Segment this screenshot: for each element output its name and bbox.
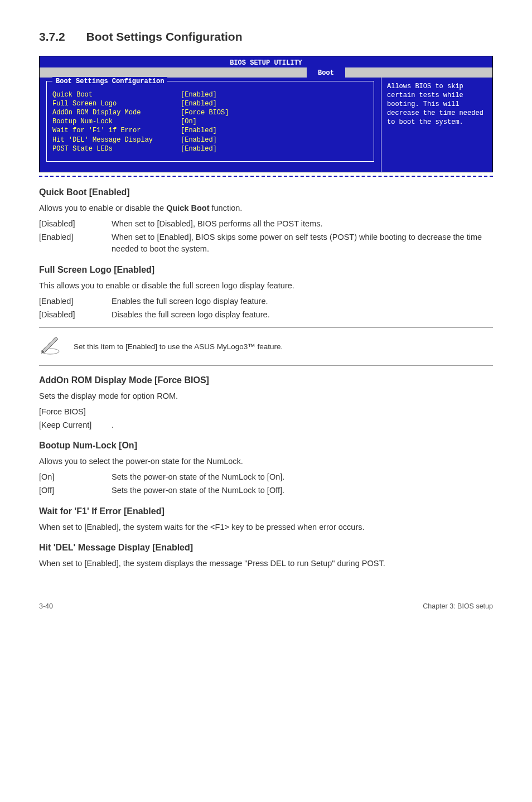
bios-row-value: [Enabled]: [181, 99, 217, 108]
wait-f1-body: When set to [Enabled], the system waits …: [39, 521, 493, 534]
bios-row-label: Bootup Num-Lock: [52, 117, 181, 126]
definition-term: [Disabled]: [39, 309, 112, 321]
section-title: Boot Settings Configuration: [86, 30, 243, 43]
definition-list: [Enabled]Enables the full screen logo di…: [39, 296, 493, 321]
page-number: 3-40: [39, 601, 53, 612]
numlock-intro: Allows you to select the power-on state …: [39, 456, 493, 468]
definition-list: [Disabled]When set to [Disabled], BIOS p…: [39, 218, 493, 255]
bios-row-value: [Enabled]: [181, 144, 217, 153]
bios-setup-panel: BIOS SETUP UTILITY Boot Boot Settings Co…: [39, 56, 493, 173]
bios-row-value: [Force BIOS]: [181, 108, 229, 117]
definition-desc: Disables the full screen logo display fe…: [112, 309, 493, 321]
bios-row[interactable]: POST State LEDs[Enabled]: [52, 144, 368, 153]
bios-row-label: Wait for 'F1' if Error: [52, 126, 181, 135]
definition-desc: Sets the power-on state of the NumLock t…: [112, 471, 493, 484]
bios-row[interactable]: Hit 'DEL' Message Display[Enabled]: [52, 136, 368, 144]
addon-intro: Sets the display mode for option ROM.: [39, 390, 493, 403]
bios-row[interactable]: Quick Boot[Enabled]: [52, 90, 368, 99]
definition-desc: When set to [Disabled], BIOS performs al…: [112, 218, 493, 230]
divider: [39, 176, 493, 177]
note-text: Set this item to [Enabled] to use the AS…: [74, 341, 283, 352]
note-block: Set this item to [Enabled] to use the AS…: [39, 327, 493, 366]
definition-desc: When set to [Enabled], BIOS skips some p…: [112, 231, 493, 256]
definition-term: [On]: [39, 471, 112, 484]
definition-row: [Disabled]When set to [Disabled], BIOS p…: [39, 218, 493, 230]
bios-help-panel: Allows BIOS to skip certain tests while …: [381, 78, 492, 172]
bios-row-value: [On]: [181, 117, 197, 126]
bios-row-label: Hit 'DEL' Message Display: [52, 136, 181, 144]
definition-row: [Off]Sets the power-on state of the NumL…: [39, 485, 493, 497]
definition-desc: Sets the power-on state of the NumLock t…: [112, 485, 493, 497]
heading-wait-f1: Wait for 'F1' If Error [Enabled]: [39, 505, 493, 518]
heading-full-screen-logo: Full Screen Logo [Enabled]: [39, 263, 493, 277]
bios-settings-list: Boot Settings Configuration Quick Boot[E…: [40, 78, 381, 172]
chapter-label: Chapter 3: BIOS setup: [423, 601, 493, 612]
bios-tab-bar: Boot: [40, 67, 492, 78]
definition-row: [Force BIOS]: [39, 406, 493, 418]
definition-term: [Force BIOS]: [39, 406, 112, 418]
heading-numlock: Bootup Num-Lock [On]: [39, 439, 493, 452]
bios-row-label: POST State LEDs: [52, 144, 181, 153]
bios-row-label: Quick Boot: [52, 90, 181, 99]
definition-term: [Enabled]: [39, 296, 112, 308]
definition-term: [Off]: [39, 485, 112, 497]
bios-row-label: AddOn ROM Display Mode: [52, 108, 181, 117]
bios-row-value: [Enabled]: [181, 136, 217, 144]
bios-panel-title: Boot Settings Configuration: [52, 77, 167, 86]
definition-desc: Enables the full screen logo display fea…: [112, 296, 493, 308]
bios-row-value: [Enabled]: [181, 90, 217, 99]
bios-row[interactable]: Full Screen Logo[Enabled]: [52, 99, 368, 108]
definition-list: [On]Sets the power-on state of the NumLo…: [39, 471, 493, 497]
bios-row[interactable]: Wait for 'F1' if Error[Enabled]: [52, 126, 368, 135]
definition-term: [Keep Current]: [39, 419, 112, 432]
bios-row[interactable]: AddOn ROM Display Mode[Force BIOS]: [52, 108, 368, 117]
definition-term: [Enabled]: [39, 231, 112, 256]
definition-row: [Disabled]Disables the full screen logo …: [39, 309, 493, 321]
bios-row[interactable]: Bootup Num-Lock[On]: [52, 117, 368, 126]
pencil-note-icon: [39, 334, 61, 360]
definition-desc: .: [112, 419, 493, 432]
bios-header: BIOS SETUP UTILITY: [40, 56, 492, 67]
hit-del-body: When set to [Enabled], the system displa…: [39, 558, 493, 570]
definition-list: [Force BIOS] [Keep Current].: [39, 406, 493, 432]
text-bold: Quick Boot: [166, 204, 209, 212]
section-number: 3.7.2: [39, 28, 65, 46]
definition-term: [Disabled]: [39, 218, 112, 230]
heading-addon-rom: AddOn ROM Display Mode [Force BIOS]: [39, 374, 493, 387]
bios-row-label: Full Screen Logo: [52, 99, 181, 108]
section-heading: 3.7.2 Boot Settings Configuration: [39, 28, 493, 46]
heading-hit-del: Hit 'DEL' Message Display [Enabled]: [39, 541, 493, 554]
quick-boot-intro: Allows you to enable or disable the Quic…: [39, 202, 493, 215]
definition-desc: [112, 406, 493, 418]
definition-row: [Enabled]Enables the full screen logo di…: [39, 296, 493, 308]
bios-row-value: [Enabled]: [181, 126, 217, 135]
heading-quick-boot: Quick Boot [Enabled]: [39, 186, 493, 199]
definition-row: [On]Sets the power-on state of the NumLo…: [39, 471, 493, 484]
page-footer: 3-40 Chapter 3: BIOS setup: [39, 601, 493, 612]
text: Allows you to enable or disable the: [39, 204, 166, 212]
full-screen-intro: This allows you to enable or disable the…: [39, 280, 493, 292]
definition-row: [Enabled]When set to [Enabled], BIOS ski…: [39, 231, 493, 256]
text: function.: [209, 204, 242, 212]
bios-tab-boot[interactable]: Boot: [307, 67, 345, 78]
svg-marker-1: [42, 337, 58, 352]
definition-row: [Keep Current].: [39, 419, 493, 432]
